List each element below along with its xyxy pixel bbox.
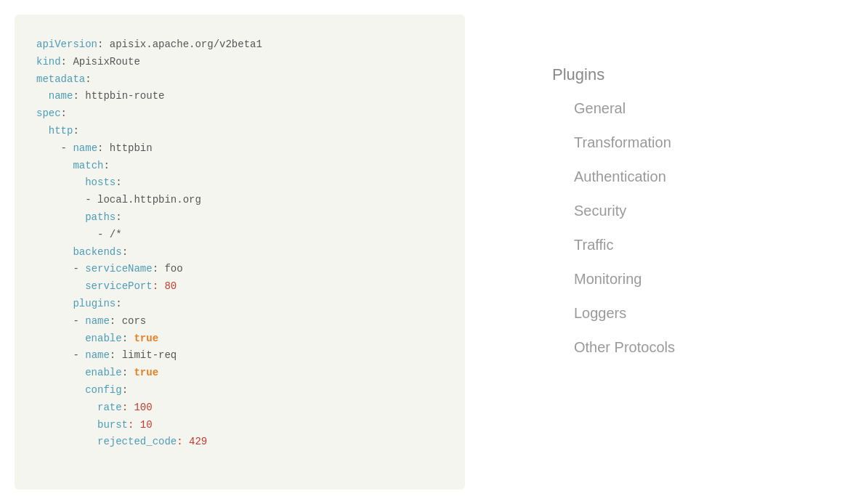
nav-panel: Plugins GeneralTransformationAuthenticat… [465,15,851,365]
nav-item[interactable]: Traffic [552,228,675,262]
nav-item[interactable]: Transformation [552,126,675,160]
nav-item[interactable]: Other Protocols [552,330,675,365]
code-block: apiVersion: apisix.apache.org/v2beta1 ki… [36,36,443,451]
nav-item[interactable]: Monitoring [552,262,675,296]
nav-item[interactable]: Security [552,194,675,228]
nav-item[interactable]: Loggers [552,296,675,330]
nav-item[interactable]: General [552,92,675,126]
nav-section-header[interactable]: Plugins [552,58,604,92]
code-panel: apiVersion: apisix.apache.org/v2beta1 ki… [15,15,465,489]
nav-items-container: GeneralTransformationAuthenticationSecur… [552,92,675,365]
nav-item[interactable]: Authentication [552,160,675,194]
